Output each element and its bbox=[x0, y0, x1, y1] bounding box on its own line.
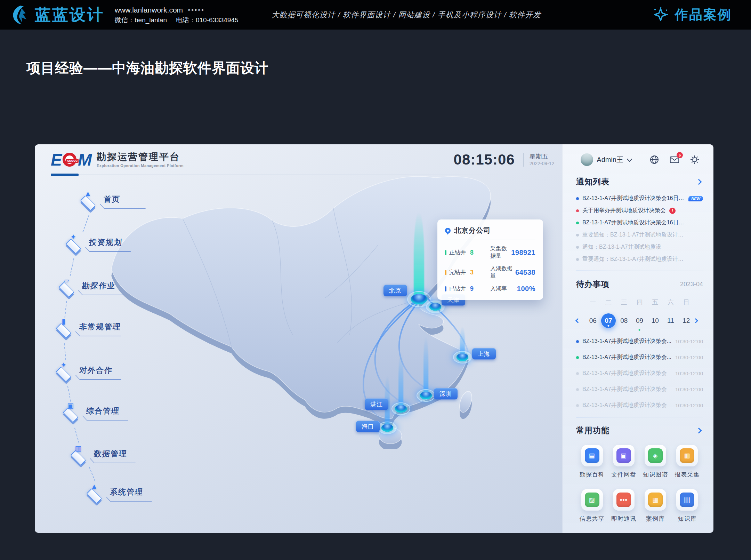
notification-item[interactable]: 关于用举办井测试地质设计决策会 ! bbox=[576, 207, 703, 214]
todo-item[interactable]: BZ-13-1-A7井测试地质设计决策会... 10:30-12:00 bbox=[576, 354, 703, 361]
location-pin-icon bbox=[445, 228, 451, 233]
calendar-day[interactable]: 11 bbox=[663, 313, 678, 328]
app-info-sharing[interactable]: ▨ 信息共享 bbox=[576, 489, 608, 523]
sidebar-item-comprehensive-management[interactable]: ▣ 综合管理 bbox=[59, 401, 120, 422]
calendar-month: 2023-04 bbox=[680, 281, 703, 288]
new-badge: NEW bbox=[688, 196, 703, 201]
city-label-haikou[interactable]: 海口 bbox=[356, 421, 380, 432]
books-icon: ||| bbox=[680, 493, 694, 507]
status-dot bbox=[576, 372, 579, 375]
map-marker-zhanjiang[interactable] bbox=[391, 402, 410, 415]
todo-item[interactable]: BZ-13-1-A7井测试地质设计决策会 10:30-12:00 bbox=[576, 370, 703, 377]
quick-apps-grid: ▤ 勘探百科 ▣ 文件网盘 ◈ 知识图谱 ▥ 报表采集 ▨ 信息共享 ••• 即… bbox=[576, 445, 703, 523]
site-logo-text: 蓝蓝设计 bbox=[35, 4, 104, 26]
user-name: Admin王 bbox=[597, 155, 623, 165]
mini-calendar: 一 二 三 四 五 六 日 06 07 08 09 10 11 12 bbox=[576, 298, 703, 328]
app-report-collection[interactable]: ▥ 报表采集 bbox=[671, 445, 703, 479]
portfolio-label: 作品案例 bbox=[675, 6, 732, 24]
handshake-platform-icon: ✦ bbox=[52, 360, 75, 381]
chevron-right-icon[interactable] bbox=[696, 179, 702, 185]
app-exploration-wiki[interactable]: ▤ 勘探百科 bbox=[576, 445, 608, 479]
calendar-day[interactable]: 10 bbox=[648, 313, 662, 328]
nav-connector bbox=[67, 386, 71, 402]
book-icon: ▤ bbox=[585, 448, 599, 463]
calendar-day[interactable]: 09 bbox=[632, 313, 647, 328]
right-panel: 通知列表 BZ-13-1-A7井测试地质设计决策会16日14点开始 NEW 关于… bbox=[563, 144, 713, 533]
city-label-shenzhen[interactable]: 深圳 bbox=[434, 388, 458, 400]
notification-item[interactable]: 重要通知：BZ-13-1-A7井测试地质设计决策会16日14... bbox=[576, 231, 703, 239]
drive-icon: ▣ bbox=[616, 448, 631, 463]
app-knowledge-base[interactable]: ||| 知识库 bbox=[671, 489, 703, 523]
phone-contact: 电话：010-63334945 bbox=[176, 15, 239, 25]
rocket-platform-icon: ▲ bbox=[76, 189, 99, 210]
rocket-platform-icon: ▲ bbox=[83, 482, 106, 503]
site-contact-info: www.lanlanwork.com ▸▸▸▸▸ 微信：ben_lanlan 电… bbox=[115, 5, 239, 25]
map-marker-shanghai[interactable] bbox=[453, 351, 472, 363]
status-dot bbox=[576, 246, 579, 249]
sidebar-item-data-management[interactable]: ▥ 数据管理 bbox=[67, 443, 127, 464]
site-url[interactable]: www.lanlanwork.com bbox=[115, 5, 183, 15]
map-marker-shenzhen[interactable] bbox=[417, 389, 435, 402]
chevron-down-icon bbox=[627, 156, 632, 162]
globe-icon[interactable] bbox=[649, 155, 659, 165]
platform-title: 勘探运营管理平台 bbox=[97, 152, 184, 162]
beam-zhanjiang bbox=[398, 353, 403, 409]
portfolio-link[interactable]: 作品案例 bbox=[652, 6, 732, 24]
graph-icon: ◈ bbox=[648, 448, 663, 463]
gear-icon[interactable] bbox=[690, 155, 700, 165]
calendar-day[interactable]: 06 bbox=[586, 313, 600, 328]
avatar bbox=[581, 153, 593, 166]
chat-bubble-icon: ••• bbox=[616, 493, 631, 507]
nav-connector bbox=[82, 215, 89, 232]
tooltip-title: 北京分公司 bbox=[454, 226, 491, 235]
cnooc-ring-icon: CNOOC bbox=[63, 153, 76, 167]
sidebar-item-system-management[interactable]: ▲ 系统管理 bbox=[83, 482, 143, 503]
sidebar-item-investment-planning[interactable]: ✦ 投资规划 bbox=[62, 232, 122, 253]
map-marker-haikou[interactable] bbox=[378, 422, 397, 434]
branch-tooltip-card: 北京分公司 正钻井 8 采集数据量 198921 完钻井 3 入湖数据量 645… bbox=[437, 219, 543, 300]
todo-item[interactable]: BZ-13-1-A7井测试地质设计决策会... 10:30-12:00 bbox=[576, 338, 703, 345]
arrows-decoration: ▸▸▸▸▸ bbox=[188, 7, 205, 13]
lanlan-logo[interactable]: 蓝蓝设计 bbox=[10, 4, 104, 26]
mail-icon[interactable]: 6 bbox=[670, 155, 679, 165]
notification-item[interactable]: 重要通知：BZ-13-1-A7井测试地质设计决策会16日14... bbox=[576, 256, 703, 263]
user-menu[interactable]: Admin王 bbox=[581, 153, 631, 166]
section-divider bbox=[576, 271, 703, 271]
app-knowledge-graph[interactable]: ◈ 知识图谱 bbox=[640, 445, 671, 479]
wechat-contact: 微信：ben_lanlan bbox=[115, 15, 167, 25]
sidebar-item-unconventional-management[interactable]: ▮ 非常规管理 bbox=[52, 317, 121, 337]
date-block: 星期五 2022-09-12 bbox=[523, 153, 555, 167]
header-accent-bar bbox=[51, 174, 79, 176]
nav-connector bbox=[70, 258, 74, 276]
todo-item[interactable]: BZ-13-1-A7井测试地质设计决策会 10:30-12:00 bbox=[576, 402, 703, 409]
app-file-drive[interactable]: ▣ 文件网盘 bbox=[608, 445, 639, 479]
sidebar-item-exploration-operations[interactable]: ▱ 勘探作业 bbox=[55, 275, 115, 296]
status-dot bbox=[576, 388, 579, 391]
calendar-day[interactable]: 08 bbox=[617, 313, 631, 328]
city-label-shanghai[interactable]: 上海 bbox=[472, 348, 496, 360]
page-title: 项目经验——中海油勘探软件界面设计 bbox=[26, 58, 269, 78]
beam-shenzhen bbox=[423, 336, 428, 395]
sidebar-item-home[interactable]: ▲ 首页 bbox=[76, 189, 120, 210]
notification-item[interactable]: BZ-13-1-A7井测试地质设计决策会16日14点开始！ bbox=[576, 219, 703, 226]
magic-star-icon bbox=[652, 6, 669, 24]
todo-item[interactable]: BZ-13-1-A7井测试地质设计决策会 10:30-12:00 bbox=[576, 386, 703, 393]
notifications-title: 通知列表 bbox=[576, 176, 609, 187]
calendar-next-icon[interactable] bbox=[693, 318, 698, 323]
notification-item[interactable]: BZ-13-1-A7井测试地质设计决策会16日14点开始 NEW bbox=[576, 195, 703, 202]
chevron-right-icon[interactable] bbox=[696, 427, 702, 433]
app-case-library[interactable]: ▦ 案例库 bbox=[640, 489, 671, 523]
status-dot bbox=[576, 356, 579, 359]
notification-list: BZ-13-1-A7井测试地质设计决策会16日14点开始 NEW 关于用举办井测… bbox=[576, 195, 703, 263]
calendar-day-selected[interactable]: 07 bbox=[601, 313, 616, 328]
calendar-day[interactable]: 12 bbox=[679, 313, 694, 328]
notification-item[interactable]: 通知：BZ-13-1-A7井测试地质设 bbox=[576, 243, 703, 251]
app-instant-messaging[interactable]: ••• 即时通讯 bbox=[608, 489, 639, 523]
services-list: 大数据可视化设计 / 软件界面设计 / 网站建设 / 手机及小程序设计 / 软件… bbox=[272, 10, 541, 20]
todo-list: BZ-13-1-A7井测试地质设计决策会... 10:30-12:00 BZ-1… bbox=[576, 338, 703, 409]
calendar-prev-icon[interactable] bbox=[575, 318, 580, 323]
city-label-beijing[interactable]: 北京 bbox=[383, 285, 407, 296]
date-label: 2022-09-12 bbox=[530, 161, 555, 167]
sidebar-item-external-cooperation[interactable]: ✦ 对外合作 bbox=[52, 360, 113, 381]
city-label-zhanjiang[interactable]: 湛江 bbox=[365, 399, 388, 410]
